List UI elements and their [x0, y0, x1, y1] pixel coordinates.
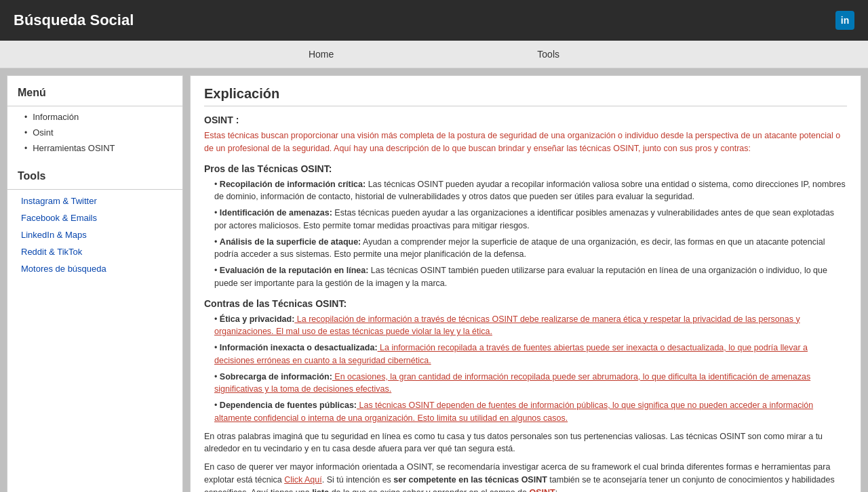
contras-item-0: Ética y privacidad: La recopilación de i… — [214, 313, 847, 339]
sidebar-item-informacion[interactable]: Información — [7, 109, 182, 125]
sidebar-tools-facebook-emails[interactable]: Facebook & Emails — [7, 209, 182, 226]
contras-label-2: Sobrecarga de información: — [220, 372, 332, 382]
content-title: Explicación — [204, 86, 847, 106]
pros-title: Pros de las Técnicas OSINT: — [204, 163, 847, 174]
pros-item-0: Recopilación de información crítica: Las… — [214, 178, 847, 204]
sidebar-item-osint[interactable]: Osint — [7, 125, 182, 140]
sidebar-tools-title: Tools — [7, 166, 182, 186]
intro-text: Estas técnicas buscan proporcionar una v… — [204, 129, 847, 155]
paragraph1: En otras palabras imaginá que tu segurid… — [204, 430, 847, 456]
para2-bold1: ser competente en las técnicas OSINT — [393, 475, 547, 485]
sidebar-tools-instagram-twitter[interactable]: Instagram & Twitter — [7, 192, 182, 209]
pros-label-1: Identificación de amenazas: — [220, 208, 332, 218]
main-layout: Menú Información Osint Herramientas OSIN… — [0, 68, 868, 492]
sidebar-tools-motores[interactable]: Motores de búsqueda — [7, 260, 182, 277]
para2-end: : — [555, 488, 557, 493]
nav-home[interactable]: Home — [309, 49, 334, 60]
main-content: Explicación OSINT : Estas técnicas busca… — [190, 75, 861, 492]
paragraph2: En caso de querer ver mayor información … — [204, 461, 847, 492]
para2-bold2: lista — [312, 488, 329, 493]
pros-item-1: Identificación de amenazas: Estas técnic… — [214, 207, 847, 232]
pros-label-3: Evaluación de la reputación en línea: — [220, 266, 369, 275]
contras-item-1: Información inexacta o desactualizada: L… — [214, 342, 847, 367]
sidebar-item-herramientas[interactable]: Herramientas OSINT — [7, 140, 182, 156]
sidebar: Menú Información Osint Herramientas OSIN… — [7, 75, 183, 492]
osint-heading: OSINT : — [204, 115, 847, 125]
linkedin-icon[interactable]: in — [835, 11, 854, 30]
pros-item-2: Análisis de la superficie de ataque: Ayu… — [214, 236, 847, 262]
nav-tools[interactable]: Tools — [537, 49, 559, 60]
contras-item-2: Sobrecarga de información: En ocasiones,… — [214, 371, 847, 396]
contras-text-0: La recopilación de información a través … — [214, 314, 800, 337]
contras-label-0: Ética y privacidad: — [220, 314, 294, 324]
sidebar-menu-title: Menú — [7, 83, 182, 103]
app-header: Búsqueda Social in — [0, 0, 868, 41]
para2-osint: OSINT — [530, 488, 555, 493]
sidebar-tools-linkedin-maps[interactable]: LinkedIn & Maps — [7, 226, 182, 243]
sidebar-tools-reddit-tiktok[interactable]: Reddit & TikTok — [7, 243, 182, 260]
para2-part2: . Si tú intención es — [322, 475, 394, 485]
contras-label-3: Dependencia de fuentes públicas: — [220, 401, 357, 410]
app-title: Búsqueda Social — [14, 12, 134, 29]
para2-part4: de lo que se exige saber y aprender en e… — [329, 488, 529, 493]
click-aqui-link[interactable]: Click Aquí — [284, 475, 322, 485]
pros-label-0: Recopilación de información crítica: — [220, 180, 366, 189]
main-nav: Home Tools — [0, 41, 868, 68]
contras-label-1: Información inexacta o desactualizada: — [220, 343, 378, 352]
contras-item-3: Dependencia de fuentes públicas: Las téc… — [214, 399, 847, 425]
pros-item-3: Evaluación de la reputación en línea: La… — [214, 264, 847, 290]
contras-title: Contras de las Técnicas OSINT: — [204, 298, 847, 309]
pros-label-2: Análisis de la superficie de ataque: — [220, 237, 361, 247]
